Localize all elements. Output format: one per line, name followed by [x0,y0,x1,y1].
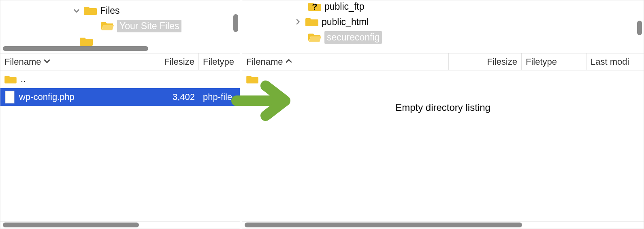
local-tree[interactable]: Files Your Site Files [0,0,240,53]
tree-item-folder-selected[interactable]: secureconfig [242,30,644,45]
vertical-scrollbar[interactable] [233,14,238,32]
folder-icon [246,74,258,84]
parent-dir-name: .. [262,74,267,85]
tree-label: public_ftp [324,1,364,12]
folder-question-icon: ? [308,1,321,12]
tree-label: secureconfig [324,31,382,44]
column-header-filetype[interactable]: Filetype [522,53,586,70]
folder-icon [4,74,17,84]
local-panel: Files Your Site Files [0,0,240,229]
chevron-down-icon [43,57,51,66]
chevron-up-icon [285,57,292,66]
file-name: wp-config.php [19,92,75,102]
remote-list-header: Filename Filesize Filetype Last modi [242,53,644,70]
chevron-down-icon[interactable] [73,6,81,15]
list-row-parent[interactable]: .. [0,70,240,88]
column-header-filename[interactable]: Filename [0,53,137,70]
horizontal-scrollbar[interactable] [3,222,237,228]
folder-icon [305,17,318,27]
vertical-scrollbar[interactable] [637,21,642,35]
tree-label: Files [100,5,120,16]
remote-panel: ? public_ftp public_html [242,0,644,229]
tree-item-folder[interactable]: Files [0,3,240,18]
tree-item-folder[interactable]: ? public_ftp [242,0,644,14]
chevron-right-icon[interactable] [294,18,302,26]
folder-icon [80,36,93,47]
local-list-header: Filename Filesize Filetype [0,53,240,70]
column-header-lastmodified[interactable]: Last modi [586,53,643,70]
tree-item-folder-selected[interactable]: Your Site Files [0,18,240,34]
svg-rect-0 [5,91,14,103]
remote-tree[interactable]: ? public_ftp public_html [242,0,644,53]
empty-directory-message: Empty directory listing [242,102,644,113]
column-header-filetype[interactable]: Filetype [199,53,240,70]
folder-icon [84,5,97,16]
horizontal-scrollbar[interactable] [245,222,641,228]
column-header-filename[interactable]: Filename [242,53,449,70]
file-size: 3,402 [173,92,195,102]
tree-label: public_html [322,17,369,28]
local-file-list[interactable]: .. wp-config.php 3,402 php-file [0,70,240,221]
remote-file-list[interactable]: .. Empty directory listing [242,70,644,221]
file-icon [4,91,15,104]
column-header-filesize[interactable]: Filesize [449,53,522,70]
tree-item-folder[interactable]: public_html [242,14,644,30]
folder-open-icon [308,32,321,42]
horizontal-scrollbar[interactable] [3,46,237,51]
folder-open-icon [101,21,114,31]
column-header-filesize[interactable]: Filesize [137,53,199,70]
file-type: php-file [203,92,232,102]
list-row-file[interactable]: wp-config.php 3,402 php-file [0,88,240,106]
list-row-parent[interactable]: .. [242,70,644,88]
parent-dir-name: .. [21,74,26,85]
tree-label: Your Site Files [117,20,181,32]
